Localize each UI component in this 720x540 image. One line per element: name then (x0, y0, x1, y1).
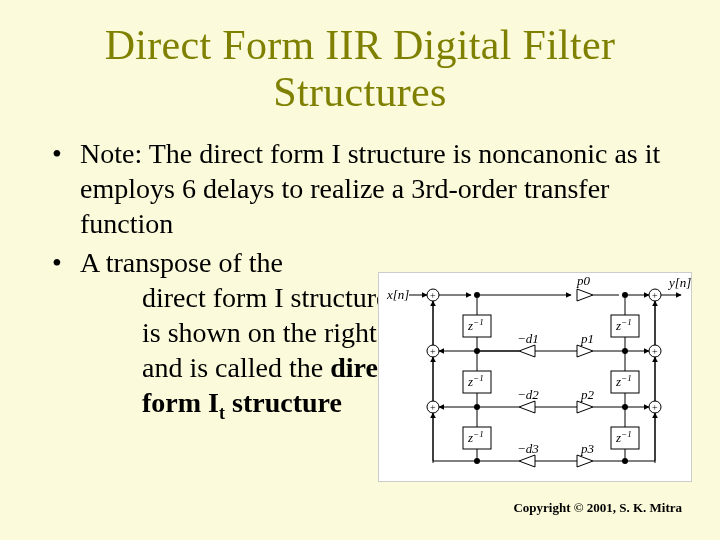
svg-text:−d3: −d3 (517, 441, 539, 456)
svg-text:+: + (430, 402, 436, 413)
svg-text:+: + (652, 290, 658, 301)
delay-left-3: z−1 (463, 427, 491, 449)
svg-point-55 (622, 348, 628, 354)
svg-text:p2: p2 (580, 387, 595, 402)
delay-right-2: z−1 (611, 371, 639, 393)
svg-text:+: + (430, 290, 436, 301)
copyright-text: Copyright © 2001, S. K. Mitra (513, 500, 682, 516)
gain-d1: −d1 (439, 331, 577, 357)
svg-point-43 (474, 348, 480, 354)
block-diagram: x[n] + p0 + y[n] (378, 272, 692, 482)
svg-text:+: + (652, 402, 658, 413)
gain-d2: −d2 (439, 387, 577, 413)
slide-title: Direct Form IIR Digital Filter Structure… (46, 22, 674, 116)
svg-point-47 (474, 404, 480, 410)
svg-text:+: + (652, 346, 658, 357)
delay-right-1: z−1 (611, 315, 639, 337)
bullet-1-text: Note: The direct form I structure is non… (80, 138, 660, 239)
svg-text:p0: p0 (576, 273, 591, 288)
svg-text:−d2: −d2 (517, 387, 539, 402)
svg-point-58 (622, 404, 628, 410)
gain-d3: −d3 (433, 413, 577, 467)
bullet-2-lead: A transpose of the (80, 247, 283, 278)
svg-text:−d1: −d1 (517, 331, 539, 346)
bold-structure: structure (225, 387, 342, 418)
label-p0: p0 (576, 273, 591, 288)
label-yn: y[n] (667, 275, 691, 290)
svg-point-51 (474, 458, 480, 464)
svg-point-62 (622, 458, 628, 464)
delay-right-3: z−1 (611, 427, 639, 449)
svg-point-4 (474, 292, 480, 298)
svg-point-8 (622, 292, 628, 298)
svg-text:p1: p1 (580, 331, 594, 346)
delay-left-2: z−1 (463, 371, 491, 393)
svg-text:+: + (430, 346, 436, 357)
delay-left-1: z−1 (463, 315, 491, 337)
bullet-item-1: Note: The direct form I structure is non… (46, 136, 674, 241)
svg-text:p3: p3 (580, 441, 595, 456)
bold-form-i: form I (142, 387, 219, 418)
label-xn: x[n] (386, 287, 409, 302)
